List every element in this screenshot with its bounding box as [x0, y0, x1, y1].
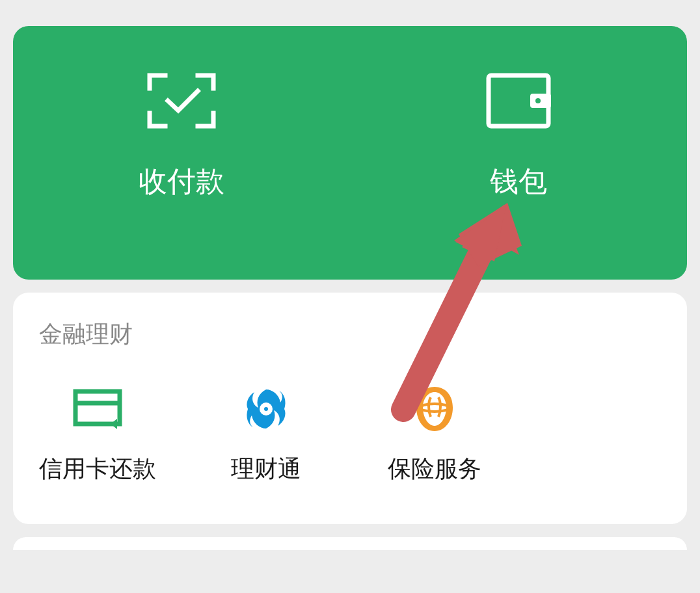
wallet-button[interactable]: 钱包 — [350, 65, 687, 201]
insurance-icon — [409, 383, 461, 435]
next-section-card — [13, 537, 687, 550]
scan-pay-icon — [146, 65, 217, 137]
svg-point-6 — [264, 407, 268, 411]
licaitong-label: 理财通 — [231, 453, 301, 485]
insurance-button[interactable]: 保险服务 — [350, 383, 518, 485]
pay-receive-label: 收付款 — [139, 163, 224, 201]
finance-section-title: 金融理财 — [13, 319, 687, 350]
wallet-icon — [483, 65, 554, 137]
pay-receive-button[interactable]: 收付款 — [13, 65, 350, 201]
credit-card-repay-label: 信用卡还款 — [39, 453, 156, 485]
licaitong-button[interactable]: 理财通 — [182, 383, 350, 485]
pay-wallet-card: 收付款 钱包 — [13, 26, 687, 280]
finance-section-card: 金融理财 信用卡还款 理财通 — [13, 293, 687, 524]
finance-grid: 信用卡还款 理财通 保险服务 — [13, 383, 687, 485]
svg-point-7 — [420, 404, 449, 412]
svg-point-2 — [535, 98, 541, 103]
licaitong-icon — [240, 383, 292, 435]
svg-rect-3 — [75, 391, 120, 424]
credit-card-icon — [72, 383, 124, 435]
insurance-label: 保险服务 — [388, 453, 481, 485]
credit-card-repay-button[interactable]: 信用卡还款 — [13, 383, 182, 485]
wallet-label: 钱包 — [490, 163, 547, 201]
